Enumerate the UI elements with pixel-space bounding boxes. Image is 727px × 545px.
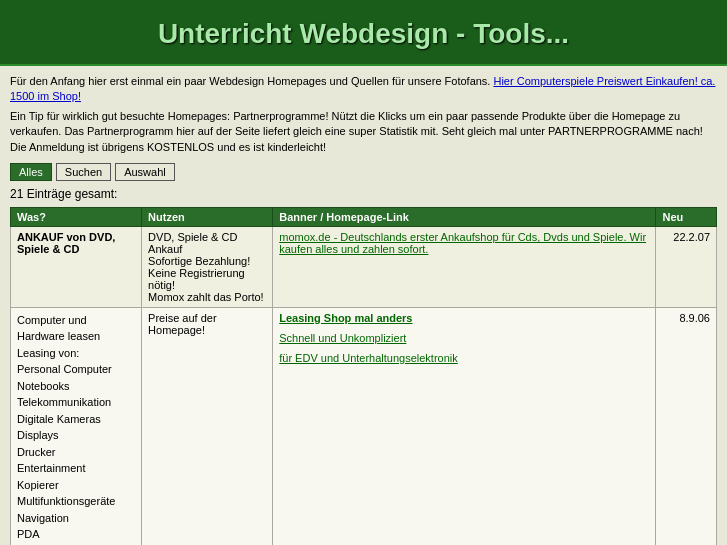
row2-nutzen: Preise auf der Homepage! <box>142 307 273 545</box>
alles-button[interactable]: Alles <box>10 163 52 181</box>
row2-banner-sub2-link[interactable]: für EDV und Unterhaltungselektronik <box>279 352 458 364</box>
row1-was: ANKAUF von DVD, Spiele & CD <box>11 226 142 307</box>
row2-date: 8.9.06 <box>656 307 717 545</box>
auswahl-button[interactable]: Auswahl <box>115 163 175 181</box>
intro-line2: Ein Tip für wirklich gut besuchte Homepa… <box>10 109 717 155</box>
table-row: ANKAUF von DVD, Spiele & CD DVD, Spiele … <box>11 226 717 307</box>
row2-was: Computer und Hardware leasen Leasing von… <box>11 307 142 545</box>
page-header: Unterricht Webdesign - Tools... <box>0 0 727 66</box>
table-header-row: Was? Nutzen Banner / Homepage-Link Neu <box>11 207 717 226</box>
col-header-neu: Neu <box>656 207 717 226</box>
table-row: Computer und Hardware leasen Leasing von… <box>11 307 717 545</box>
entry-count: 21 Einträge gesamt: <box>10 187 717 201</box>
row1-nutzen: DVD, Spiele & CD AnkaufSofortige Bezahlu… <box>142 226 273 307</box>
row2-banner-main-link[interactable]: Leasing Shop mal anders <box>279 312 412 324</box>
col-header-banner: Banner / Homepage-Link <box>273 207 656 226</box>
intro-line1: Für den Anfang hier erst einmal ein paar… <box>10 74 717 105</box>
row1-banner: momox.de - Deutschlands erster Ankaufsho… <box>273 226 656 307</box>
row1-banner-link[interactable]: momox.de - Deutschlands erster Ankaufsho… <box>279 231 646 255</box>
main-table: Was? Nutzen Banner / Homepage-Link Neu A… <box>10 207 717 545</box>
suchen-button[interactable]: Suchen <box>56 163 111 181</box>
row2-banner: Leasing Shop mal anders Schnell und Unko… <box>273 307 656 545</box>
col-header-was: Was? <box>11 207 142 226</box>
page-title: Unterricht Webdesign - Tools... <box>10 18 717 50</box>
filter-buttons: Alles Suchen Auswahl <box>10 163 717 181</box>
col-header-nutzen: Nutzen <box>142 207 273 226</box>
row1-date: 22.2.07 <box>656 226 717 307</box>
row2-banner-sub1-link[interactable]: Schnell und Unkompliziert <box>279 332 406 344</box>
main-content: Für den Anfang hier erst einmal ein paar… <box>0 66 727 545</box>
